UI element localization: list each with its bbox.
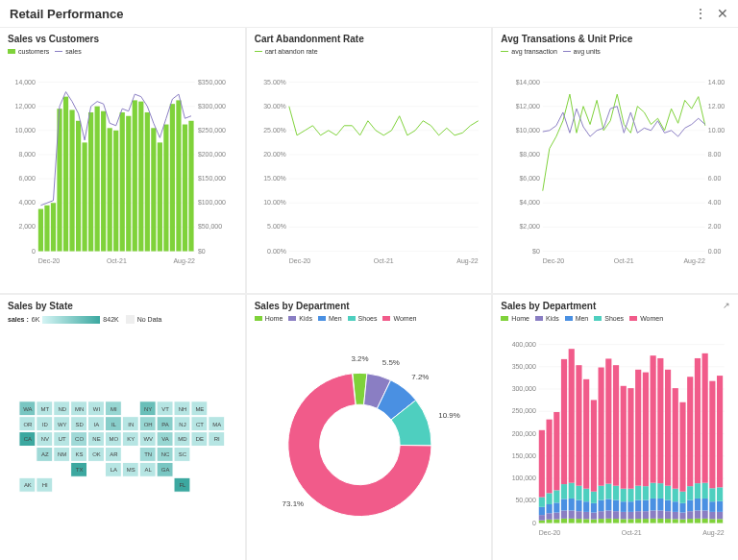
svg-rect-265 [599,367,604,485]
svg-rect-326 [695,519,701,523]
svg-rect-300 [651,355,656,483]
panel-sales-by-dept-bar: ↗ Sales by Department HomeKidsMenShoesWo… [493,295,738,560]
svg-text:5.5%: 5.5% [381,358,399,367]
svg-text:7.2%: 7.2% [411,373,429,381]
svg-rect-250 [577,365,582,486]
svg-text:NC: NC [161,451,170,457]
svg-text:0: 0 [32,248,36,255]
svg-rect-344 [717,487,723,500]
svg-text:Aug-22: Aug-22 [703,529,726,537]
legend-item: Kids [535,315,559,322]
chart-avg[interactable]: $0$2,000$4,000$6,000$8,000$10,000$12,000… [501,59,730,287]
svg-text:WI: WI [93,406,101,412]
svg-text:6.00: 6.00 [708,175,722,182]
svg-text:Dec-20: Dec-20 [288,257,310,264]
svg-text:WY: WY [58,422,67,427]
svg-text:MN: MN [75,406,84,412]
svg-rect-236 [561,519,567,523]
svg-rect-36 [113,131,118,252]
svg-text:4,000: 4,000 [18,199,36,206]
svg-text:AK: AK [24,482,32,488]
legend-item: avg transaction [511,48,556,55]
svg-text:MD: MD [178,437,187,443]
svg-rect-231 [554,520,560,523]
svg-text:0: 0 [532,520,536,526]
close-icon[interactable]: ✕ [717,6,728,21]
legend: customers sales [8,48,237,55]
svg-text:0.00%: 0.00% [267,248,286,255]
chart-sales-vs-customers[interactable]: 02,0004,0006,0008,00010,00012,00014,000$… [8,59,237,287]
svg-text:$4,000: $4,000 [520,199,540,206]
svg-rect-308 [665,500,671,512]
svg-rect-41 [145,112,150,252]
legend-item: Shoes [594,315,624,322]
svg-rect-223 [539,507,545,515]
panel-title: Sales by Department [501,301,730,311]
svg-rect-257 [591,513,597,520]
svg-rect-303 [658,499,664,511]
svg-rect-225 [539,430,545,498]
svg-rect-251 [583,519,589,523]
svg-rect-256 [591,520,597,523]
svg-rect-283 [628,501,634,512]
chart-cart[interactable]: 0.00%5.00%10.00%15.00%20.00%25.00%30.00%… [255,59,484,287]
svg-rect-278 [621,501,627,512]
svg-text:VT: VT [161,406,169,412]
svg-text:10.00%: 10.00% [263,199,286,206]
svg-rect-322 [687,511,693,519]
svg-rect-232 [554,513,560,520]
chart-donut[interactable]: 3.2%5.5%7.2%10.9%73.1% [255,326,484,554]
svg-rect-270 [606,358,612,483]
map-us[interactable]: WAMTNDMNWIMINYVTNHMEORIDWYSDIAILINOHPANJ… [8,329,237,554]
svg-rect-331 [702,519,708,523]
expand-icon[interactable]: ↗ [723,301,730,310]
svg-rect-229 [547,493,553,504]
svg-rect-279 [621,489,627,501]
svg-text:15.00%: 15.00% [263,175,286,182]
svg-rect-333 [702,499,708,511]
svg-rect-275 [613,365,619,486]
legend-item: Shoes [348,315,378,322]
svg-text:$12,000: $12,000 [516,103,540,110]
svg-text:UT: UT [59,437,66,443]
svg-text:RI: RI [214,437,220,443]
svg-rect-246 [577,519,582,523]
svg-rect-290 [635,370,641,486]
svg-text:10,000: 10,000 [15,127,36,134]
svg-text:100,000: 100,000 [512,475,536,481]
svg-text:20.00%: 20.00% [263,151,286,158]
svg-rect-284 [628,489,634,501]
svg-rect-230 [547,420,553,494]
svg-rect-338 [710,501,716,512]
svg-rect-343 [717,501,723,512]
legend: HomeKidsMenShoesWomen [501,315,730,322]
svg-text:10.9%: 10.9% [438,411,460,420]
svg-text:$100,000: $100,000 [198,199,226,206]
svg-rect-39 [133,100,137,251]
svg-rect-315 [673,388,678,489]
svg-rect-235 [554,412,560,490]
svg-rect-272 [613,511,619,519]
svg-rect-345 [717,376,723,487]
svg-rect-42 [151,128,156,251]
svg-text:$10,000: $10,000 [516,127,540,134]
more-menu-icon[interactable]: ⋮ [694,6,707,21]
page-title: Retail Performance [10,7,124,21]
svg-rect-248 [577,500,582,512]
svg-text:2.00: 2.00 [708,223,722,230]
svg-text:IA: IA [94,422,100,427]
svg-rect-35 [108,128,112,251]
svg-rect-259 [591,492,597,503]
chart-stacked-bar[interactable]: 050,000100,000150,000200,000250,000300,0… [501,326,730,554]
svg-rect-48 [188,121,193,252]
svg-rect-307 [665,511,671,519]
svg-rect-327 [695,511,701,519]
svg-text:ME: ME [195,406,204,412]
svg-text:8.00: 8.00 [708,151,722,158]
svg-text:MT: MT [40,406,49,412]
svg-rect-33 [95,107,100,252]
svg-rect-252 [583,512,589,519]
svg-text:SC: SC [179,451,187,457]
svg-rect-316 [680,520,686,523]
svg-rect-289 [635,486,641,500]
